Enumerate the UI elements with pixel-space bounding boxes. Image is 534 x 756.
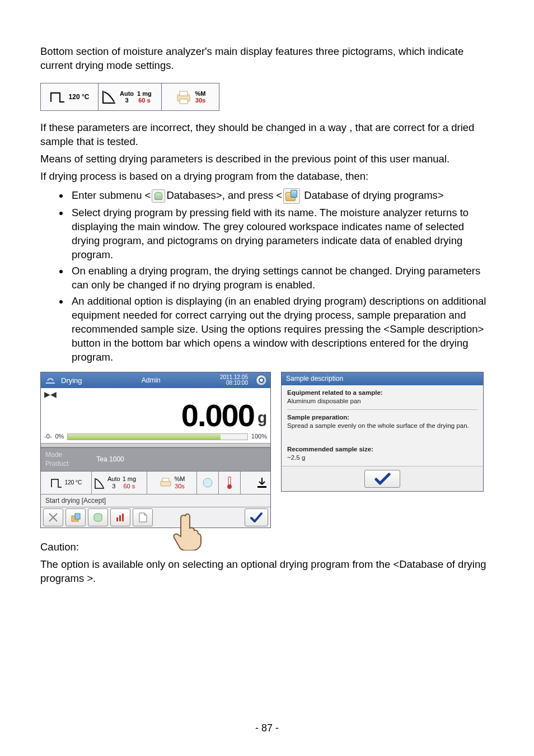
mode-strip: Mode Product Tea 1000: [41, 447, 270, 471]
svg-point-5: [203, 478, 212, 487]
toolbar-btn-3[interactable]: [88, 508, 108, 526]
page-number: - 87 -: [0, 721, 534, 735]
drying-mode-pictograms: 120 °C Auto 3 1 mg 60 s %M: [40, 83, 219, 111]
device-workspace: ▶◀ 0.000 g -0- 0% 100%: [41, 388, 270, 443]
toolbar-accept-button[interactable]: [245, 508, 268, 526]
caution-body: The option is available only on selectin…: [40, 558, 494, 586]
bullet-enabling: On enabling a drying program, the drying…: [69, 264, 494, 292]
picto-auto: Auto 3 1 mg 60 s: [99, 83, 162, 110]
param-sec: 60 s: [123, 483, 135, 489]
toolbar-btn-2[interactable]: [65, 508, 86, 526]
title-datetime: 2011.12.05 08:10:00: [220, 375, 248, 386]
popup-eq-value: Aluminum disposable pan: [287, 397, 477, 406]
means-paragraph: Means of setting drying parameters is de…: [40, 152, 494, 166]
param-auto-mid: 3: [112, 483, 115, 489]
popup-prep-label: Sample preparation:: [287, 414, 349, 421]
tools-icon: [48, 512, 59, 523]
bar-right-label: 100%: [251, 432, 267, 441]
hand-pointer-icon: [170, 511, 203, 550]
chart-icon: [115, 512, 126, 523]
caution-heading: Caution:: [40, 540, 494, 554]
param-auto: Auto3 1 mg60 s: [92, 472, 147, 494]
svg-rect-12: [116, 517, 118, 521]
program-icon: [70, 512, 81, 523]
weight-value: 0.000: [44, 400, 254, 431]
picto-sec: 60 s: [138, 97, 150, 104]
load-bar: [67, 433, 248, 440]
printer-icon: [175, 89, 192, 105]
b1b: Databases>, and press <: [166, 189, 282, 201]
bullet-enter-submenu: Enter submenu <Databases>, and press < D…: [69, 188, 494, 204]
popup-size-label: Recommended sample size:: [287, 446, 373, 452]
auto-curve-icon: [94, 476, 105, 489]
picto-auto-top: Auto: [120, 90, 134, 97]
tare-indicator: -0-: [44, 432, 51, 441]
download-icon: [256, 476, 268, 489]
instruction-list: Enter submenu <Databases>, and press < D…: [63, 188, 494, 365]
picto-temp-value: 120 °C: [69, 92, 90, 101]
param-temp-value: 120 °C: [65, 479, 82, 487]
b1a: Enter submenu <: [72, 189, 151, 201]
picto-auto-mid: 3: [125, 97, 128, 104]
info-icon: [202, 477, 213, 488]
param-row: 120 °C Auto3 1 mg60 s %M30s: [41, 472, 270, 494]
temp-profile-icon: [50, 476, 63, 489]
param-pm-bot: 30s: [175, 483, 185, 489]
mode-label: Mode: [45, 451, 62, 459]
start-drying-hint: Start drying [Accept]: [41, 494, 270, 507]
title-admin: Admin: [142, 376, 161, 385]
weight-unit: g: [257, 407, 267, 428]
picto-temp: 120 °C: [41, 83, 99, 110]
picto-mg: 1 mg: [137, 90, 152, 97]
check-icon: [374, 473, 391, 485]
svg-rect-14: [122, 514, 124, 521]
databases-icon: [152, 189, 165, 203]
device-titlebar: Drying Admin 2011.12.05 08:10:00: [41, 372, 270, 388]
database-icon: [92, 512, 104, 523]
toolbar-btn-chart[interactable]: [110, 508, 130, 526]
bullet-select-program: Select drying program by pressing field …: [69, 206, 494, 262]
picto-pm-top: %M: [195, 90, 206, 97]
svg-rect-10: [75, 514, 80, 519]
svg-point-7: [227, 484, 232, 489]
toolbar-btn-sample-desc[interactable]: [133, 508, 153, 526]
param-percent: %M30s: [147, 472, 197, 494]
param-mg: 1 mg: [123, 475, 136, 482]
device-toolbar: [41, 507, 270, 528]
mode-value: Tea 1000: [96, 455, 124, 464]
param-auto-top: Auto: [107, 475, 120, 482]
popup-accept-button[interactable]: [364, 470, 400, 488]
svg-rect-2: [180, 99, 188, 104]
drying-programs-icon: [283, 188, 300, 204]
picto-mg-stack: 1 mg 60 s: [137, 90, 152, 104]
page: Bottom section of moisture analyzer's ma…: [0, 0, 534, 756]
svg-rect-4: [162, 478, 169, 482]
svg-rect-13: [119, 515, 121, 521]
picto-pm-bot: 30s: [195, 97, 205, 104]
temp-profile-icon: [50, 88, 65, 105]
product-label: Product: [45, 460, 68, 468]
param-temp: 120 °C: [41, 472, 92, 494]
svg-rect-1: [180, 91, 188, 96]
param-download[interactable]: [241, 472, 270, 494]
param-info[interactable]: [197, 472, 219, 494]
moisture-icon: [44, 375, 57, 385]
picto-percent: %M 30s: [162, 83, 219, 110]
device-screenshot: Drying Admin 2011.12.05 08:10:00 ▶◀ 0.00…: [40, 372, 271, 528]
popup-footer: [282, 466, 483, 491]
based-paragraph: If drying process is based on a drying p…: [40, 170, 494, 184]
param-pm-top: %M: [175, 475, 185, 482]
title-drying: Drying: [61, 376, 82, 386]
toolbar-btn-1[interactable]: [43, 508, 63, 526]
popup-prep-value: Spread a sample evenly on the whole surf…: [287, 422, 477, 431]
printer-icon: [159, 477, 172, 489]
popup-body: Equipment related to a sample: Aluminum …: [282, 385, 483, 466]
svg-rect-8: [257, 486, 266, 488]
if-paragraph: If these parameters are incorrect, they …: [40, 121, 494, 149]
bullet-additional: An additional option is displaying (in a…: [69, 295, 494, 365]
document-icon: [138, 512, 148, 523]
bar-left-label: 0%: [55, 432, 64, 441]
intro-paragraph: Bottom section of moisture analyzer's ma…: [40, 45, 494, 73]
tare-row: -0- 0% 100%: [44, 432, 267, 441]
b1c: Database of drying programs>: [301, 189, 444, 201]
